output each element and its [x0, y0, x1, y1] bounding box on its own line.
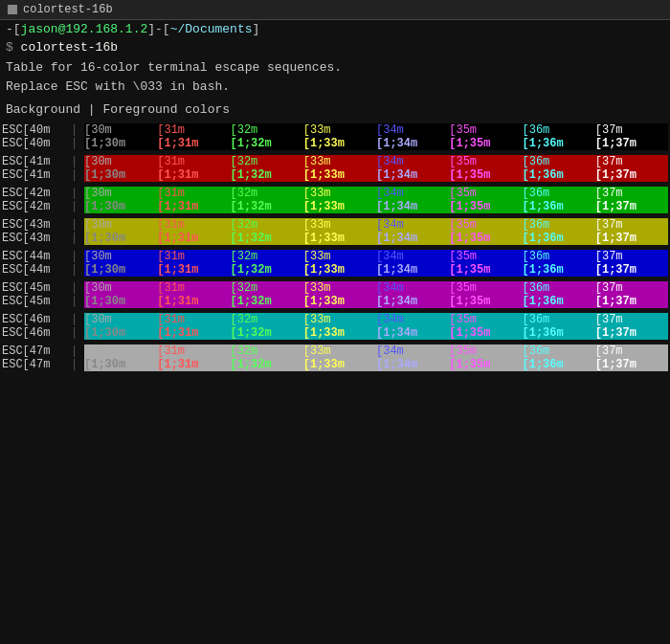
color-cell-bold-3: [1;33m	[303, 137, 376, 150]
info-line-1: Table for 16-color terminal escape seque…	[6, 58, 664, 78]
command-line: $ colortest-16b	[0, 38, 670, 56]
bracket-open: -[	[6, 22, 21, 36]
color-cell-bold-2: [1;32m	[231, 137, 303, 150]
color-cell-normal-0: [30m	[84, 281, 157, 295]
color-cell-bold-1: [1;31m	[157, 232, 230, 245]
row-pair-0: ESC[40m|[30m[31m[32m[33m[34m[35m[36m[37m…	[2, 123, 668, 155]
color-cell-normal-6: [36m	[523, 281, 595, 295]
color-cell-bold-3: [1;33m	[303, 232, 376, 245]
color-cell-normal-7: [37m	[595, 187, 668, 200]
color-cell-bold-6: [1;36m	[523, 326, 595, 340]
color-cell-bold-4: [1;34m	[376, 232, 449, 245]
color-cell-bold-7: [1;37m	[595, 200, 668, 213]
color-cell-bold-2: [1;32m	[231, 232, 303, 245]
table-row-bold: ESC[40m|[1;30m[1;31m[1;32m[1;33m[1;34m[1…	[2, 137, 668, 150]
color-cell-bold-4: [1;34m	[376, 137, 449, 150]
color-cell-normal-2: [32m	[231, 281, 303, 295]
color-cell-bold-6: [1;36m	[523, 295, 595, 308]
color-cell-bold-4: [1;34m	[376, 200, 449, 213]
color-cell-normal-1: [31m	[157, 344, 230, 358]
color-cell-normal-0: [30m	[84, 313, 157, 326]
separator: |	[71, 344, 84, 358]
row-pair-5: ESC[45m|[30m[31m[32m[33m[34m[35m[36m[37m…	[2, 281, 668, 313]
header-text: Background | Foreground colors	[6, 102, 230, 117]
color-cell-normal-0: [30m	[84, 250, 157, 263]
color-cell-normal-5: [35m	[449, 218, 522, 232]
color-cell-normal-2: [32m	[231, 250, 303, 263]
color-cell-bold-0: [1;30m	[84, 358, 157, 371]
color-cell-bold-3: [1;33m	[303, 200, 376, 213]
separator: |	[71, 326, 84, 340]
separator: |	[71, 200, 84, 213]
separator: |	[71, 313, 84, 326]
info-block: Table for 16-color terminal escape seque…	[0, 56, 670, 98]
color-cell-normal-4: [34m	[376, 250, 449, 263]
color-cell-normal-0: [30m	[84, 187, 157, 200]
row-pair-4: ESC[44m|[30m[31m[32m[33m[34m[35m[36m[37m…	[2, 250, 668, 281]
table-row: ESC[47m|[30m[31m[32m[33m[34m[35m[36m[37m	[2, 344, 668, 358]
separator: |	[71, 187, 84, 200]
color-cell-bold-2: [1;32m	[231, 295, 303, 308]
color-cell-bold-7: [1;37m	[595, 358, 668, 371]
color-cell-bold-6: [1;36m	[523, 200, 595, 213]
color-cell-normal-4: [34m	[376, 155, 449, 168]
color-cell-bold-7: [1;37m	[595, 168, 668, 182]
color-cell-normal-4: [34m	[376, 344, 449, 358]
separator: |	[71, 123, 84, 137]
color-cell-normal-4: [34m	[376, 281, 449, 295]
table-row-bold: ESC[46m|[1;30m[1;31m[1;32m[1;33m[1;34m[1…	[2, 326, 668, 340]
color-cell-bold-2: [1;32m	[231, 358, 303, 371]
color-cell-bold-4: [1;34m	[376, 326, 449, 340]
table-row: ESC[44m|[30m[31m[32m[33m[34m[35m[36m[37m	[2, 250, 668, 263]
table-row-bold: ESC[47m|[1;30m[1;31m[1;32m[1;33m[1;34m[1…	[2, 358, 668, 371]
color-cell-bold-0: [1;30m	[84, 137, 157, 150]
row-pair-6: ESC[46m|[30m[31m[32m[33m[34m[35m[36m[37m…	[2, 313, 668, 344]
color-cell-bold-5: [1;35m	[449, 232, 522, 245]
color-cell-normal-6: [36m	[523, 123, 595, 137]
color-cell-normal-7: [37m	[595, 155, 668, 168]
color-cell-normal-1: [31m	[157, 313, 230, 326]
color-cell-bold-3: [1;33m	[303, 168, 376, 182]
esc-code-bold: ESC[45m	[2, 295, 71, 308]
row-pair-3: ESC[43m|[30m[31m[32m[33m[34m[35m[36m[37m…	[2, 218, 668, 250]
color-cell-normal-2: [32m	[231, 218, 303, 232]
color-cell-normal-4: [34m	[376, 123, 449, 137]
table-row-bold: ESC[45m|[1;30m[1;31m[1;32m[1;33m[1;34m[1…	[2, 295, 668, 308]
color-cell-bold-2: [1;32m	[231, 326, 303, 340]
color-cell-normal-5: [35m	[449, 123, 522, 137]
esc-code-normal: ESC[44m	[2, 250, 71, 263]
color-cell-normal-5: [35m	[449, 281, 522, 295]
table-row: ESC[41m|[30m[31m[32m[33m[34m[35m[36m[37m	[2, 155, 668, 168]
color-cell-bold-2: [1;32m	[231, 200, 303, 213]
color-cell-normal-1: [31m	[157, 218, 230, 232]
color-cell-normal-7: [37m	[595, 123, 668, 137]
color-cell-normal-1: [31m	[157, 281, 230, 295]
table-row: ESC[42m|[30m[31m[32m[33m[34m[35m[36m[37m	[2, 187, 668, 200]
color-cell-normal-1: [31m	[157, 187, 230, 200]
color-cell-normal-3: [33m	[303, 344, 376, 358]
color-cell-bold-5: [1;35m	[449, 168, 522, 182]
color-cell-normal-6: [36m	[523, 250, 595, 263]
color-cell-bold-0: [1;30m	[84, 326, 157, 340]
color-cell-bold-7: [1;37m	[595, 263, 668, 277]
color-cell-bold-5: [1;35m	[449, 200, 522, 213]
color-cell-bold-0: [1;30m	[84, 232, 157, 245]
color-cell-normal-4: [34m	[376, 218, 449, 232]
divider-row	[2, 371, 668, 376]
color-cell-bold-1: [1;31m	[157, 358, 230, 371]
color-cell-normal-3: [33m	[303, 123, 376, 137]
color-cell-bold-4: [1;34m	[376, 295, 449, 308]
color-cell-normal-7: [37m	[595, 281, 668, 295]
separator: |	[71, 358, 84, 371]
separator: |	[71, 155, 84, 168]
color-cell-bold-6: [1;36m	[523, 137, 595, 150]
separator: |	[71, 232, 84, 245]
color-cell-normal-2: [32m	[231, 187, 303, 200]
table-row-bold: ESC[44m|[1;30m[1;31m[1;32m[1;33m[1;34m[1…	[2, 263, 668, 277]
color-cell-bold-4: [1;34m	[376, 358, 449, 371]
color-cell-normal-6: [36m	[523, 155, 595, 168]
color-cell-bold-6: [1;36m	[523, 168, 595, 182]
color-cell-bold-2: [1;32m	[231, 263, 303, 277]
esc-code-bold: ESC[42m	[2, 200, 71, 213]
color-cell-normal-3: [33m	[303, 250, 376, 263]
